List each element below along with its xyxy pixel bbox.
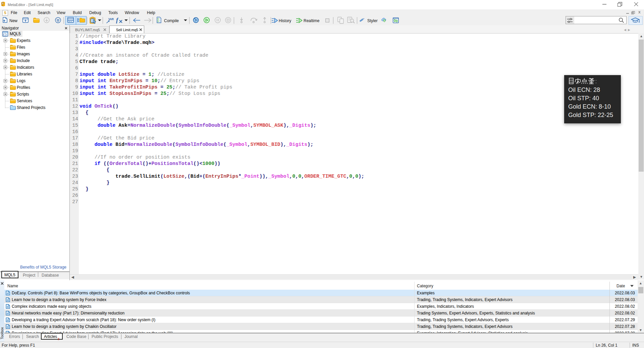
svg-text:{ }: { } — [3, 33, 7, 36]
svg-text:VAR: VAR — [108, 18, 114, 21]
svg-text:f: f — [116, 17, 119, 23]
svg-text:5: 5 — [2, 2, 3, 5]
